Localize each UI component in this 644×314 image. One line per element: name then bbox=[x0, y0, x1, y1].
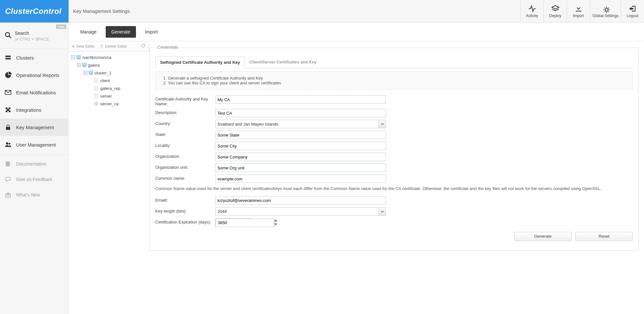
clusters-icon bbox=[5, 54, 12, 61]
book-icon bbox=[5, 160, 12, 167]
tree-item-server-ca[interactable]: ⊙ server_ca bbox=[70, 100, 148, 108]
tree-column: New folder Delete folder − /var/lib/cmon… bbox=[69, 41, 149, 314]
nav-operational-reports[interactable]: Operational Reports bbox=[0, 66, 68, 84]
select-country[interactable]: Svalbard and Jan Mayen Islands bbox=[215, 120, 386, 128]
input-organization[interactable] bbox=[215, 153, 386, 161]
label-state: State: bbox=[155, 131, 215, 137]
tree-item-client[interactable]: client bbox=[70, 77, 148, 84]
refresh-icon bbox=[141, 43, 146, 48]
tree-item-label: client bbox=[100, 78, 110, 83]
reset-button[interactable]: Reset bbox=[575, 232, 633, 241]
input-organization-unit[interactable] bbox=[215, 164, 386, 172]
nav-feedback-label: Give us Feedback bbox=[16, 177, 53, 182]
credentials-panel: Credentials Selfsigned Certificate Autho… bbox=[149, 48, 639, 251]
label-common-name: Common name: bbox=[155, 175, 215, 181]
file-icon bbox=[94, 86, 98, 90]
global-settings-button[interactable]: Global Settings bbox=[590, 0, 621, 22]
svg-rect-6 bbox=[6, 127, 10, 130]
tree-cluster[interactable]: − cluster_1 bbox=[70, 69, 148, 77]
chevron-down-icon[interactable] bbox=[379, 208, 386, 215]
nav-documentation[interactable]: Documentation bbox=[0, 156, 68, 172]
mail-icon bbox=[5, 89, 12, 96]
nav-email-notifications[interactable]: Email Notifications bbox=[0, 84, 68, 101]
file-icon bbox=[94, 94, 98, 98]
common-name-help: Common Name value used for the server an… bbox=[155, 186, 633, 192]
tree-root[interactable]: − /var/lib/cmon/ca bbox=[70, 53, 148, 61]
input-email[interactable] bbox=[215, 196, 386, 205]
search-hint: or CTRL + SPACE bbox=[15, 36, 49, 42]
brand-logo[interactable]: ClusterControl bbox=[0, 0, 69, 23]
nav-feedback[interactable]: Give us Feedback bbox=[0, 172, 68, 187]
input-locality[interactable] bbox=[215, 142, 386, 150]
generate-button[interactable]: Generate bbox=[514, 232, 572, 241]
new-folder-label: New folder bbox=[76, 44, 95, 49]
label-locality: Locality: bbox=[155, 142, 215, 148]
nav-clusters-label: Clusters bbox=[16, 55, 34, 61]
activity-label: Activity bbox=[526, 14, 538, 18]
delete-folder-button[interactable]: Delete folder bbox=[97, 41, 130, 51]
input-description[interactable] bbox=[215, 109, 386, 117]
new-badge: new bbox=[56, 24, 66, 29]
select-key-length[interactable]: 2048 bbox=[215, 207, 386, 216]
tree-root-label: /var/lib/cmon/ca bbox=[82, 55, 111, 60]
svg-point-7 bbox=[6, 142, 8, 145]
tree-item-galera-rep[interactable]: galera_rep bbox=[70, 84, 148, 92]
stepper-up-icon[interactable] bbox=[274, 219, 277, 223]
nav-email-notifications-label: Email Notifications bbox=[16, 90, 56, 95]
page-title: Key Management Settings bbox=[73, 8, 130, 14]
collapse-icon[interactable]: − bbox=[83, 71, 87, 75]
import-button[interactable]: Import bbox=[567, 0, 590, 22]
label-ca-name: Certificate Authority and Key Name: bbox=[155, 95, 215, 106]
subtab-manage[interactable]: Manage bbox=[74, 26, 102, 38]
subtab-import[interactable]: Import bbox=[139, 26, 164, 38]
label-description: Description: bbox=[155, 109, 215, 115]
label-cert-expiration: Certification Expiration (days): bbox=[155, 218, 215, 224]
tab-selfsigned-ca[interactable]: Selfsigned Certificate Authority and Key bbox=[155, 56, 245, 68]
deploy-button[interactable]: Deploy bbox=[543, 0, 567, 22]
database-icon bbox=[89, 71, 93, 75]
tree-item-server[interactable]: server bbox=[70, 92, 148, 100]
svg-rect-4 bbox=[5, 56, 11, 57]
activity-button[interactable]: Activity bbox=[520, 0, 543, 22]
nav-integrations[interactable]: Integrations bbox=[0, 101, 68, 119]
select-key-length-value: 2048 bbox=[216, 208, 379, 215]
input-common-name[interactable] bbox=[215, 175, 386, 183]
collapse-icon[interactable]: − bbox=[77, 63, 81, 67]
chevron-down-icon[interactable] bbox=[379, 120, 386, 128]
input-state[interactable] bbox=[215, 131, 386, 139]
instruction-1: Generate a selfsigned Certificate Author… bbox=[168, 76, 627, 81]
search-block[interactable]: new Search or CTRL + SPACE bbox=[0, 23, 68, 49]
svg-marker-0 bbox=[552, 5, 559, 9]
layers-icon bbox=[551, 5, 560, 13]
collapse-icon[interactable]: − bbox=[71, 55, 75, 59]
stepper-down-icon[interactable] bbox=[274, 223, 277, 226]
puzzle-icon bbox=[5, 106, 12, 113]
search-icon bbox=[5, 32, 12, 39]
subtab-generate[interactable]: Generate bbox=[106, 26, 136, 38]
label-country: Country: bbox=[155, 120, 215, 126]
instruction-2: You can use this CA to sign your client … bbox=[168, 81, 627, 85]
stepper-cert-expiration[interactable] bbox=[215, 218, 251, 227]
search-label: Search bbox=[15, 30, 49, 36]
logout-button[interactable]: Logout bbox=[621, 0, 644, 22]
refresh-button[interactable] bbox=[138, 43, 149, 49]
nav-clusters[interactable]: Clusters bbox=[0, 49, 68, 66]
nav-user-management-label: User Management bbox=[16, 142, 56, 147]
nav-user-management[interactable]: User Management bbox=[0, 136, 68, 153]
tree-galera[interactable]: − galera bbox=[70, 61, 148, 69]
nav-whats-new[interactable]: What's New bbox=[0, 187, 68, 203]
label-organization-unit: Organization unit: bbox=[155, 164, 215, 170]
new-folder-button[interactable]: New folder bbox=[69, 41, 97, 51]
tab-client-server-certs[interactable]: Client/Server Certificates and Key bbox=[245, 56, 321, 68]
svg-point-1 bbox=[605, 8, 608, 11]
input-ca-name[interactable] bbox=[215, 95, 386, 104]
label-organization: Organization: bbox=[155, 153, 215, 159]
tree-item-label: galera_rep bbox=[100, 86, 120, 91]
subtabs: Manage Generate Import bbox=[69, 23, 644, 41]
input-cert-expiration[interactable] bbox=[216, 219, 274, 227]
gear-icon bbox=[601, 5, 610, 13]
activity-icon bbox=[528, 5, 536, 13]
logout-icon bbox=[629, 5, 637, 13]
nav-whats-new-label: What's New bbox=[16, 192, 40, 197]
nav-key-management[interactable]: Key Management bbox=[0, 119, 68, 136]
